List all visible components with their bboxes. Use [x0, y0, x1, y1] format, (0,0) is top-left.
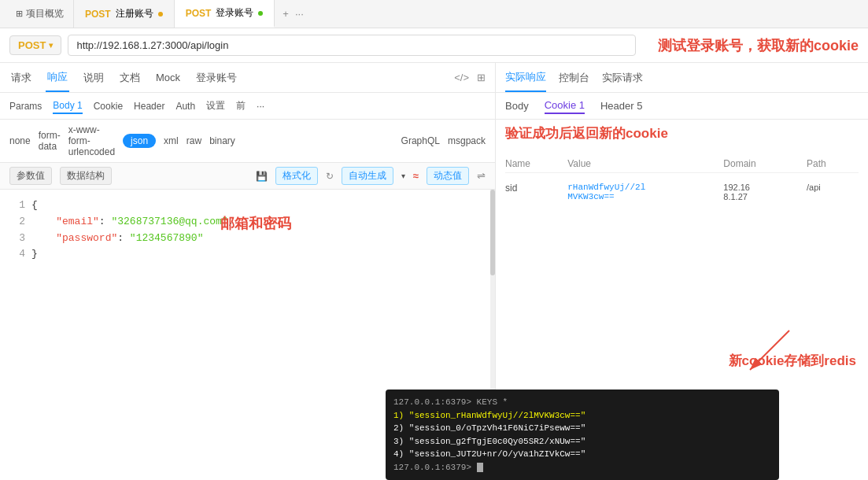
body-tab-header[interactable]: Header — [134, 99, 164, 113]
code-password-key: "password" — [56, 232, 117, 244]
body-tab-settings[interactable]: 设置 — [206, 98, 225, 114]
type-urlencoded[interactable]: x-www-form-urlencoded — [68, 123, 115, 159]
body-tab-auth[interactable]: Auth — [175, 99, 195, 113]
right-subtab-actual-response[interactable]: 实际响应 — [505, 63, 546, 92]
format-btn[interactable]: 格式化 — [275, 167, 318, 185]
code-password-val: "1234567890" — [130, 232, 204, 244]
header-name: Name — [505, 158, 567, 169]
right-subtab-actual-request[interactable]: 实际请求 — [602, 63, 643, 92]
type-binary[interactable]: binary — [209, 134, 235, 148]
cookie-sid-value: rHanWdfwyUj//2lMVKW3cw== — [567, 183, 723, 201]
right-tab-cookie[interactable]: Cookie 1 — [545, 98, 585, 114]
terminal-session-3: 3) "session_g2fTgjE0c0Qy05SR2/xNUw==" — [393, 437, 585, 446]
subtab-mock[interactable]: Mock — [154, 63, 182, 92]
terminal-cursor — [477, 463, 483, 472]
code-annotation: 邮箱和密码 — [220, 213, 291, 236]
body-tabs: Params Body 1 Cookie Header Auth 设置 前 ··… — [0, 93, 495, 120]
tab-login-dot — [258, 11, 263, 16]
auto-generate-btn[interactable]: 自动生成 — [342, 167, 393, 185]
subtab-docs[interactable]: 文档 — [118, 63, 142, 92]
cookie-sid-domain: 192.168.1.27 — [723, 183, 807, 201]
terminal-line-1: 1) "session_rHanWdfwyUj//2lMVKW3cw==" — [393, 409, 771, 423]
code-email-val: "3268737136@qq.com" — [111, 216, 227, 227]
right-subtab-console[interactable]: 控制台 — [559, 63, 589, 92]
left-sub-tabs: 请求 响应 说明 文档 Mock 登录账号 </> ⊞ — [0, 63, 495, 93]
cookie-table: Name Value Domain Path sid rHanWdfwyUj//… — [496, 147, 868, 212]
right-tab-header[interactable]: Header 5 — [600, 98, 642, 113]
param-values-btn[interactable]: 参数值 — [9, 167, 52, 185]
add-tab-button[interactable]: + — [283, 8, 289, 20]
method-select[interactable]: POST ▾ — [9, 35, 61, 55]
subtab-response[interactable]: 响应 — [46, 63, 69, 92]
tab-login[interactable]: POST 登录账号 — [175, 0, 275, 28]
line-num-4: 4 — [9, 246, 25, 263]
terminal-overlay: 127.0.0.1:6379> KEYS * 1) "session_rHanW… — [386, 390, 779, 480]
tab-register-method: POST — [85, 9, 111, 20]
url-annotation: 测试登录账号，获取新的cookie — [658, 36, 859, 55]
terminal-line-prompt1: 127.0.0.1:6379> KEYS * — [393, 396, 771, 409]
code-brace-close: } — [31, 246, 38, 263]
dynamic-values-btn[interactable]: 动态值 — [427, 167, 469, 185]
tab-bar: ⊞ 项目概览 POST 注册账号 POST 登录账号 + ··· — [0, 0, 868, 28]
cookie-annotation: 验证成功后返回新的cookie — [496, 120, 868, 147]
code-icon[interactable]: </> — [454, 72, 469, 83]
subtab-request[interactable]: 请求 — [9, 63, 33, 92]
tab-register[interactable]: POST 注册账号 — [74, 0, 175, 28]
body-tab-cookie[interactable]: Cookie — [94, 99, 123, 113]
tab-login-method: POST — [186, 8, 212, 19]
body-tab-params[interactable]: Params — [9, 99, 42, 113]
type-xml[interactable]: xml — [164, 134, 179, 148]
code-brace-open: { — [31, 198, 38, 214]
line-num-3: 3 — [9, 231, 25, 247]
terminal-line-3: 3) "session_g2fTgjE0c0Qy05SR2/xNUw==" — [393, 435, 771, 449]
terminal-prompt1: 127.0.0.1:6379> KEYS * — [393, 397, 508, 407]
terminal-line-4: 4) "session_JUT2U+nr/O/yVa1hZIVkCw==" — [393, 448, 771, 461]
project-overview-tab[interactable]: ⊞ 项目概览 — [6, 0, 74, 28]
columns-icon[interactable]: ⊞ — [477, 72, 486, 83]
body-tab-body[interactable]: Body 1 — [53, 98, 82, 114]
type-formdata[interactable]: form-data — [39, 128, 61, 153]
tab-register-dot — [158, 12, 163, 17]
code-line-4: 4 } — [9, 246, 486, 263]
code-password-line: "password": "1234567890" — [31, 231, 203, 247]
body-tab-pre[interactable]: 前 — [236, 98, 246, 114]
redis-annotation: 新cookie存储到redis — [729, 352, 857, 370]
terminal-prompt2: 127.0.0.1:6379> — [393, 463, 477, 472]
right-body-tabs: Body Cookie 1 Header 5 — [496, 93, 868, 120]
type-none[interactable]: none — [9, 134, 31, 148]
cookie-sid-path: /api — [807, 183, 859, 192]
right-tab-body[interactable]: Body — [505, 98, 529, 113]
body-tab-more[interactable]: ··· — [257, 99, 264, 113]
wrap-icon: ⇌ — [477, 170, 486, 182]
sub-tab-actions: </> ⊞ — [454, 72, 486, 83]
dynamic-icon: ≈ — [413, 170, 419, 182]
type-json[interactable]: json — [123, 134, 156, 148]
scrollbar-thumb[interactable] — [490, 190, 495, 275]
data-structure-btn[interactable]: 数据结构 — [60, 167, 112, 185]
header-path: Path — [807, 158, 859, 169]
type-graphql[interactable]: GraphQL — [401, 134, 440, 148]
tab-register-label: 注册账号 — [116, 7, 153, 20]
format-toolbar: 参数值 数据结构 💾 格式化 ↻ 自动生成 ▾ ≈ 动态值 ⇌ — [0, 163, 495, 190]
subtab-login[interactable]: 登录账号 — [194, 63, 238, 92]
terminal-line-2: 2) "session_0/oTpzVh41F6NiC7iPseww==" — [393, 422, 771, 435]
method-label: POST — [18, 39, 46, 51]
url-input[interactable] — [68, 35, 636, 56]
tab-actions: + ··· — [275, 8, 311, 20]
header-domain: Domain — [723, 158, 807, 169]
cookie-sid-name: sid — [505, 183, 567, 194]
refresh-icon: ↻ — [326, 171, 334, 182]
subtab-description[interactable]: 说明 — [82, 63, 105, 92]
auto-generate-chevron[interactable]: ▾ — [401, 172, 405, 180]
more-tab-button[interactable]: ··· — [295, 8, 304, 20]
url-bar: POST ▾ 测试登录账号，获取新的cookie — [0, 28, 868, 63]
method-chevron-icon: ▾ — [49, 41, 53, 50]
terminal-line-prompt2: 127.0.0.1:6379> — [393, 461, 771, 474]
type-msgpack[interactable]: msgpack — [448, 134, 486, 148]
terminal-highlighted-line: 1) "session_rHanWdfwyUj//2lMVKW3cw==" — [393, 411, 585, 420]
header-value: Value — [567, 158, 723, 169]
body-type-tabs: none form-data x-www-form-urlencoded jso… — [0, 120, 495, 163]
code-line-1: 1 { — [9, 198, 486, 214]
code-email-line: "email": "3268737136@qq.com", — [31, 214, 234, 231]
type-raw[interactable]: raw — [187, 134, 201, 148]
